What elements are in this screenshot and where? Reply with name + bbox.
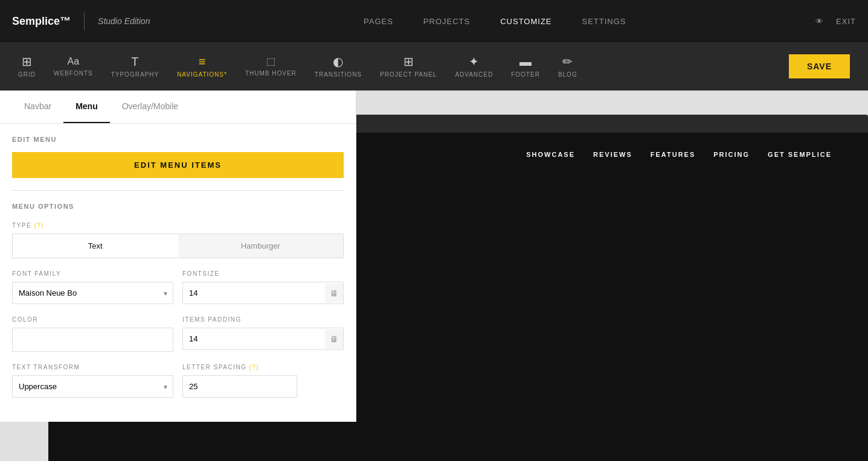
site-nav-reviews: REVIEWS bbox=[593, 151, 632, 158]
projectpanel-label: PROJECT PANEL bbox=[380, 71, 437, 78]
navigations-label: NAVIGATIONS* bbox=[177, 71, 227, 78]
fontsize-screen-icon[interactable]: 🖥 bbox=[325, 284, 343, 303]
nav-links: PAGES PROJECTS CUSTOMIZE SETTINGS bbox=[174, 17, 815, 26]
logo: Semplice™ bbox=[12, 15, 71, 28]
tab-navbar[interactable]: Navbar bbox=[12, 91, 63, 123]
font-family-select-wrapper: Maison Neue Bo ▼ bbox=[12, 282, 173, 304]
toolbar-webfonts[interactable]: Aa WEBFONTS bbox=[54, 57, 93, 77]
transitions-label: TRANSITIONS bbox=[315, 71, 362, 78]
color-padding-row: COLOR ITEMS PADDING 🖥 bbox=[12, 316, 344, 352]
logo-divider bbox=[84, 12, 85, 30]
nav-settings[interactable]: SETTINGS bbox=[582, 17, 626, 26]
type-text-button[interactable]: Text bbox=[13, 234, 178, 258]
fontsize-input[interactable] bbox=[183, 282, 325, 304]
type-field-label: TYPE (?) bbox=[12, 222, 344, 229]
toolbar-navigations[interactable]: ≡ NAVIGATIONS* bbox=[177, 56, 227, 78]
webfonts-icon: Aa bbox=[68, 57, 80, 66]
type-label-text: TYPE bbox=[12, 222, 31, 229]
site-nav-getsemplice: GET SEMPLICE bbox=[768, 151, 832, 158]
panel-body: EDIT MENU EDIT MENU ITEMS MENU OPTIONS T… bbox=[0, 124, 356, 422]
main-area: SHOWCASE REVIEWS FEATURES PRICING GET SE… bbox=[0, 91, 868, 461]
text-transform-select[interactable]: Uppercase Lowercase None bbox=[12, 375, 173, 398]
customization-panel: ··· Navbar Menu Overlay/Mobile EDIT MENU… bbox=[0, 91, 356, 422]
advanced-label: ADVANCED bbox=[455, 71, 493, 78]
projectpanel-icon: ⊞ bbox=[403, 56, 414, 68]
toolbar-thumbhover[interactable]: ⬚ THUMB HOVER bbox=[245, 57, 297, 77]
items-padding-label: ITEMS PADDING bbox=[182, 316, 344, 323]
fontsize-input-wrapper: 🖥 bbox=[182, 282, 344, 304]
fontsize-label: FONTSIZE bbox=[182, 270, 344, 277]
toolbar-blog[interactable]: ✏ BLOG bbox=[558, 56, 577, 78]
nav-right: 👁 EXIT bbox=[815, 17, 856, 26]
tab-overlay-mobile[interactable]: Overlay/Mobile bbox=[110, 91, 190, 123]
blog-icon: ✏ bbox=[562, 56, 573, 68]
fontsize-group: FONTSIZE 🖥 bbox=[182, 270, 344, 304]
grid-icon: ⊞ bbox=[22, 56, 32, 68]
type-help-link[interactable]: (?) bbox=[34, 222, 44, 229]
tab-menu[interactable]: Menu bbox=[63, 91, 110, 123]
grid-label: GRID bbox=[18, 71, 36, 78]
exit-button[interactable]: EXIT bbox=[836, 17, 856, 26]
top-navigation: Semplice™ Studio Edition PAGES PROJECTS … bbox=[0, 0, 868, 42]
typography-label: TYPOGRAPHY bbox=[111, 71, 159, 78]
nav-pages[interactable]: PAGES bbox=[364, 17, 393, 26]
font-family-select[interactable]: Maison Neue Bo bbox=[12, 282, 173, 304]
edit-menu-items-button[interactable]: EDIT MENU ITEMS bbox=[12, 152, 344, 178]
toolbar-transitions[interactable]: ◐ TRANSITIONS bbox=[315, 56, 362, 78]
color-label: COLOR bbox=[12, 316, 173, 323]
items-padding-input-wrapper: 🖥 bbox=[182, 328, 344, 350]
thumbhover-icon: ⬚ bbox=[266, 57, 275, 66]
menu-options-title: MENU OPTIONS bbox=[12, 190, 344, 210]
typography-icon: T bbox=[131, 56, 138, 68]
nav-customize[interactable]: CUSTOMIZE bbox=[500, 17, 551, 26]
toolbar-items: ⊞ GRID Aa WEBFONTS T TYPOGRAPHY ≡ NAVIGA… bbox=[18, 56, 577, 78]
text-transform-group: TEXT TRANSFORM Uppercase Lowercase None … bbox=[12, 364, 173, 398]
site-nav-showcase: SHOWCASE bbox=[526, 151, 575, 158]
letter-spacing-help-link[interactable]: (?) bbox=[249, 364, 259, 370]
preview-icon[interactable]: 👁 bbox=[815, 17, 824, 26]
type-toggle-group: Text Hamburger bbox=[12, 234, 344, 258]
site-nav-links: SHOWCASE REVIEWS FEATURES PRICING GET SE… bbox=[526, 151, 832, 158]
letter-spacing-label-text: LETTER SPACING bbox=[182, 364, 246, 370]
toolbar: ⊞ GRID Aa WEBFONTS T TYPOGRAPHY ≡ NAVIGA… bbox=[0, 42, 868, 91]
toolbar-grid[interactable]: ⊞ GRID bbox=[18, 56, 36, 78]
color-swatch[interactable] bbox=[12, 328, 173, 352]
color-group: COLOR bbox=[12, 316, 173, 352]
thumbhover-label: THUMB HOVER bbox=[245, 70, 297, 77]
letter-spacing-label: LETTER SPACING (?) bbox=[182, 364, 344, 370]
items-padding-input[interactable] bbox=[183, 328, 325, 349]
transitions-icon: ◐ bbox=[333, 56, 343, 68]
transform-spacing-row: TEXT TRANSFORM Uppercase Lowercase None … bbox=[12, 364, 344, 398]
save-button[interactable]: SAVE bbox=[789, 54, 850, 78]
items-padding-group: ITEMS PADDING 🖥 bbox=[182, 316, 344, 352]
toolbar-projectpanel[interactable]: ⊞ PROJECT PANEL bbox=[380, 56, 437, 78]
letter-spacing-group: LETTER SPACING (?) bbox=[182, 364, 344, 398]
letter-spacing-input[interactable] bbox=[182, 375, 297, 398]
text-transform-label: TEXT TRANSFORM bbox=[12, 364, 173, 370]
footer-label: FOOTER bbox=[511, 71, 540, 78]
site-nav-pricing: PRICING bbox=[713, 151, 750, 158]
footer-icon: ▬ bbox=[519, 56, 532, 68]
font-family-group: FONT FAMILY Maison Neue Bo ▼ bbox=[12, 270, 173, 304]
webfonts-label: WEBFONTS bbox=[54, 70, 93, 77]
navigations-icon: ≡ bbox=[199, 56, 206, 68]
toolbar-footer[interactable]: ▬ FOOTER bbox=[511, 56, 540, 78]
font-family-label: FONT FAMILY bbox=[12, 270, 173, 277]
items-padding-screen-icon[interactable]: 🖥 bbox=[325, 329, 343, 349]
edit-menu-title: EDIT MENU bbox=[12, 136, 344, 143]
font-row: FONT FAMILY Maison Neue Bo ▼ FONTSIZE 🖥 bbox=[12, 270, 344, 304]
logo-area: Semplice™ Studio Edition bbox=[12, 12, 150, 30]
panel-header: ··· Navbar Menu Overlay/Mobile bbox=[0, 91, 356, 124]
blog-label: BLOG bbox=[558, 71, 577, 78]
toolbar-advanced[interactable]: ✦ ADVANCED bbox=[455, 56, 493, 78]
nav-projects[interactable]: PROJECTS bbox=[423, 17, 470, 26]
text-transform-select-wrapper: Uppercase Lowercase None ▼ bbox=[12, 375, 173, 398]
site-nav-features: FEATURES bbox=[651, 151, 695, 158]
toolbar-typography[interactable]: T TYPOGRAPHY bbox=[111, 56, 159, 78]
advanced-icon: ✦ bbox=[469, 56, 479, 68]
edition-label: Studio Edition bbox=[98, 16, 150, 26]
type-hamburger-button[interactable]: Hamburger bbox=[178, 234, 344, 258]
